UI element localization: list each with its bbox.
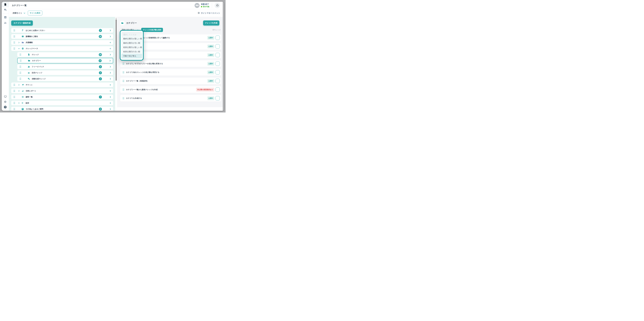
dropdown-option[interactable]: 初回公開日が新しい順 (121, 45, 142, 50)
sidebar-item-analytics[interactable] (2, 15, 9, 20)
status-badge: 公開中 (207, 70, 214, 74)
knowledge-item[interactable]: カテゴリを作成する 公開中 (120, 95, 221, 102)
save-order-button[interactable]: ナレッジの並び順を保存 (141, 28, 163, 32)
dropdown-option[interactable]: 最終公開日が古い順 (121, 41, 142, 45)
expand-chevron-icon[interactable] (18, 42, 20, 44)
edit-knowledge-button[interactable] (216, 36, 220, 40)
status-badge: 公開中 (207, 62, 214, 66)
status-badge: 公開中 (207, 53, 214, 57)
drag-handle-icon[interactable] (14, 42, 15, 44)
knowledge-item[interactable]: カテゴリー一覧（画面説明） 公開中 (120, 78, 221, 84)
open-icon[interactable] (109, 96, 112, 98)
expand-chevron-icon[interactable] (18, 90, 20, 92)
drag-handle-icon[interactable] (14, 96, 15, 98)
drag-handle-icon[interactable] (123, 80, 124, 82)
drag-handle-icon[interactable] (123, 63, 124, 65)
category-row[interactable]: ? その他よくあるご質問 4 (11, 107, 113, 111)
drag-handle-icon[interactable] (14, 29, 15, 31)
category-row[interactable]: ナレッジベース (11, 46, 113, 51)
sidebar-item-documents[interactable] (2, 2, 9, 7)
dropdown-options: 最終公開日が新しい順 最終公開日が古い順 初回公開日が新しい順 初回公開日の古い… (121, 37, 142, 58)
dropdown-option[interactable]: 手動で並び替え (121, 54, 142, 58)
open-icon[interactable] (109, 29, 112, 32)
sidebar-item-users[interactable] (2, 20, 9, 26)
site-management-link[interactable]: ⚙ サイトマネージメント (198, 12, 220, 15)
category-row[interactable]: ⚙ 設定 (11, 101, 113, 105)
knowledge-item[interactable]: カテゴリ／サブカテゴリーの並び順を変更する 公開中 (120, 60, 221, 67)
site-management-label: サイトマネージメント (201, 12, 220, 15)
category-row[interactable]: 分析レポート (11, 89, 113, 93)
avatar[interactable]: 遠綾 (194, 3, 200, 8)
drag-handle-icon[interactable] (14, 36, 15, 38)
drag-handle-icon[interactable] (20, 60, 21, 62)
open-icon[interactable] (109, 60, 111, 62)
drag-handle-icon[interactable] (14, 84, 15, 86)
create-knowledge-button[interactable]: ナレッジを作成 (203, 21, 219, 26)
drag-handle-icon[interactable] (14, 90, 15, 92)
expand-chevron-icon[interactable] (18, 102, 20, 104)
category-row[interactable]: 自動生成ナレッジ 1 (17, 77, 113, 81)
category-row[interactable]: チケット (11, 83, 113, 87)
add-icon[interactable] (109, 84, 112, 86)
dropdown-option[interactable]: 最終公開日が新しい順 (121, 37, 142, 41)
open-icon[interactable] (109, 78, 112, 80)
scroll-up-arrow-icon[interactable] (116, 18, 117, 19)
knowledge-title: カテゴリ／サブカテゴリーの並び順を変更する (126, 63, 208, 65)
knowledge-item[interactable]: カテゴリー一覧から新規ナレッジを作成 非公開の変更箇所あり (120, 86, 221, 93)
category-row[interactable]: カテゴリー 8 (17, 58, 113, 63)
sidebar-item-settings[interactable]: ⚙ (2, 99, 9, 104)
add-icon[interactable] (109, 42, 112, 44)
add-icon[interactable] (109, 102, 112, 104)
new-category-button[interactable]: カテゴリー新規作成 (11, 21, 33, 26)
open-icon[interactable] (109, 36, 112, 38)
site-selector[interactable]: 外部サイト (13, 12, 26, 15)
drag-handle-icon[interactable] (20, 66, 21, 68)
count-badge: 24 (99, 53, 102, 56)
drag-handle-icon[interactable] (20, 78, 21, 80)
drag-handle-icon[interactable] (14, 102, 15, 104)
sidebar-item-conversations[interactable] (2, 7, 9, 13)
dropdown-option[interactable]: 初回公開日の古い順 (121, 50, 142, 54)
category-row[interactable]: 共通機能 (11, 40, 113, 45)
category-row[interactable]: ナレッジ 24 (17, 52, 113, 57)
category-row[interactable]: はじめにお読みください 5 (11, 28, 113, 33)
drag-handle-icon[interactable] (14, 108, 15, 110)
notifications-button[interactable] (214, 3, 220, 8)
category-row[interactable]: フィードバック 2 (17, 64, 113, 69)
category-label: 注目ナレッジ (32, 72, 42, 74)
open-icon[interactable] (109, 72, 112, 74)
edit-knowledge-button[interactable] (216, 79, 220, 83)
edit-knowledge-button[interactable] (216, 44, 220, 49)
drag-handle-icon[interactable] (123, 71, 124, 73)
drag-handle-icon[interactable] (20, 72, 21, 74)
edit-knowledge-button[interactable] (216, 87, 220, 92)
status-badge: 公開中 (207, 96, 214, 100)
category-row[interactable]: 新機能のご案内 10 (11, 34, 113, 39)
panel-scrollbar[interactable] (115, 17, 117, 111)
sidebar-item-help[interactable]: ? (2, 104, 9, 110)
scrollbar-thumb[interactable] (116, 19, 117, 81)
open-icon[interactable] (109, 66, 112, 68)
category-row[interactable]: 顧客一覧 7 (11, 95, 113, 99)
expand-chevron-icon[interactable] (18, 48, 20, 50)
edit-knowledge-button[interactable] (216, 70, 220, 75)
open-icon[interactable] (109, 108, 112, 110)
drag-handle-icon[interactable] (14, 48, 15, 50)
drag-handle-icon[interactable] (20, 54, 21, 56)
edit-knowledge-button[interactable] (216, 62, 220, 66)
question-icon: ? (4, 106, 6, 108)
open-icon[interactable] (109, 54, 112, 56)
expand-chevron-icon[interactable] (18, 84, 20, 86)
drag-handle-icon[interactable] (123, 89, 124, 91)
view-site-button[interactable]: サイトを表示 (28, 11, 42, 16)
add-icon[interactable] (109, 48, 112, 50)
edit-knowledge-button[interactable] (216, 96, 220, 100)
edit-knowledge-button[interactable] (216, 53, 220, 57)
add-icon[interactable] (109, 90, 112, 92)
category-label: ナレッジベース (26, 47, 38, 50)
drag-handle-icon[interactable] (123, 97, 124, 99)
category-row[interactable]: 注目ナレッジ 2 (17, 70, 113, 75)
knowledge-item[interactable]: カテゴリ内のナレッジの並び順を変更する 公開中 (120, 69, 221, 76)
sidebar-item-display[interactable] (2, 94, 9, 99)
window-scrollbar[interactable] (223, 2, 224, 111)
